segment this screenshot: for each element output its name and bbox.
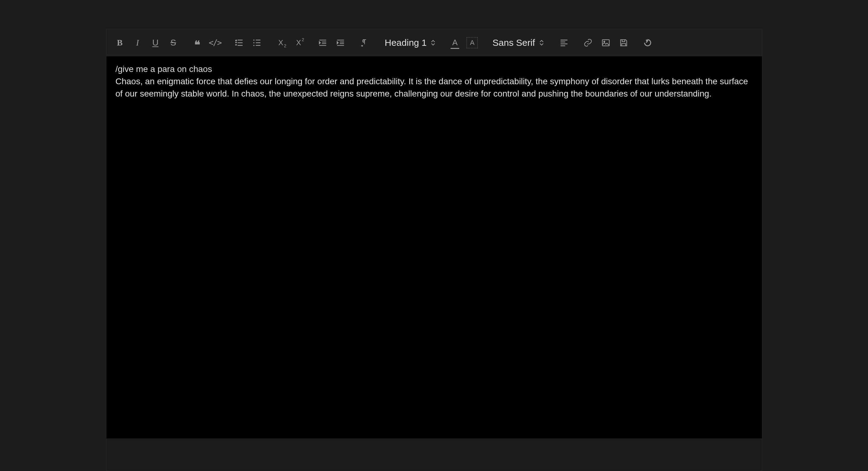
code-block-button[interactable]: </> bbox=[209, 37, 221, 49]
response-text: Chaos, an enigmatic force that defies ou… bbox=[116, 75, 753, 100]
save-button[interactable] bbox=[618, 37, 630, 49]
editor-content-area[interactable]: /give me a para on chaos Chaos, an enigm… bbox=[106, 56, 762, 438]
underline-button[interactable]: U bbox=[149, 37, 162, 49]
outdent-button[interactable] bbox=[317, 37, 329, 49]
superscript-button[interactable]: X bbox=[292, 37, 305, 49]
ordered-list-icon bbox=[235, 38, 244, 47]
outdent-icon bbox=[318, 38, 327, 47]
editor-container: B I U S ❝ </> X X bbox=[106, 29, 762, 471]
font-family-dropdown-label: Sans Serif bbox=[492, 37, 535, 48]
heading-dropdown-label: Heading 1 bbox=[385, 37, 427, 48]
unordered-list-icon bbox=[252, 38, 261, 47]
heading-dropdown[interactable]: Heading 1 bbox=[382, 37, 438, 48]
subscript-button[interactable]: X bbox=[275, 37, 287, 49]
svg-point-4 bbox=[604, 41, 605, 42]
svg-point-0 bbox=[253, 39, 254, 40]
link-icon bbox=[583, 38, 593, 47]
indent-button[interactable] bbox=[334, 37, 347, 49]
blockquote-button[interactable]: ❝ bbox=[191, 37, 204, 49]
svg-point-2 bbox=[253, 45, 254, 46]
dropdown-arrows-icon bbox=[539, 40, 544, 46]
unordered-list-button[interactable] bbox=[251, 37, 263, 49]
font-color-button[interactable]: A bbox=[450, 37, 460, 49]
link-button[interactable] bbox=[582, 37, 594, 49]
prompt-text: /give me a para on chaos bbox=[116, 63, 753, 75]
background-color-button[interactable]: A bbox=[466, 37, 478, 49]
svg-rect-3 bbox=[602, 40, 609, 46]
indent-icon bbox=[336, 38, 345, 47]
svg-point-1 bbox=[253, 42, 254, 43]
align-button[interactable] bbox=[558, 37, 570, 49]
undo-icon bbox=[643, 38, 652, 47]
background-color-icon: A bbox=[467, 37, 478, 48]
editor-toolbar: B I U S ❝ </> X X bbox=[106, 29, 762, 56]
italic-button[interactable]: I bbox=[131, 37, 144, 49]
bold-button[interactable]: B bbox=[114, 37, 126, 49]
font-color-icon: A bbox=[453, 38, 458, 47]
ordered-list-button[interactable] bbox=[233, 37, 245, 49]
align-icon bbox=[559, 38, 569, 47]
text-direction-button[interactable] bbox=[359, 37, 371, 49]
image-button[interactable] bbox=[600, 37, 612, 49]
font-family-dropdown[interactable]: Sans Serif bbox=[490, 37, 546, 48]
undo-button[interactable] bbox=[642, 37, 654, 49]
strikethrough-button[interactable]: S bbox=[167, 37, 180, 49]
dropdown-arrows-icon bbox=[431, 40, 435, 46]
image-icon bbox=[601, 38, 611, 47]
save-icon bbox=[619, 38, 628, 47]
text-direction-icon bbox=[360, 38, 369, 47]
